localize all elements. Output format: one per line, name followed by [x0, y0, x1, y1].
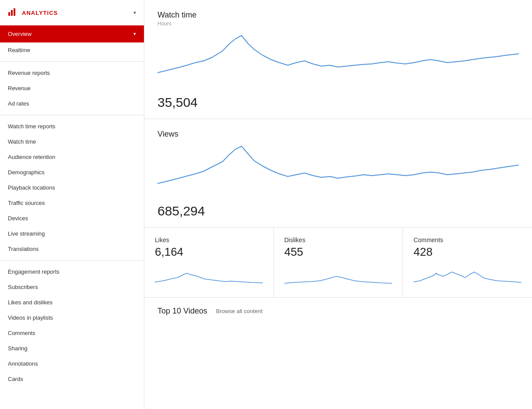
- sidebar-item-live-streaming[interactable]: Live streaming: [0, 226, 144, 241]
- analytics-title: ANALYTICS: [22, 10, 58, 16]
- likes-value: 6,164: [155, 245, 263, 259]
- views-title: Views: [158, 130, 519, 139]
- overview-label: Overview: [8, 31, 32, 37]
- svg-rect-0: [8, 12, 10, 16]
- sidebar-item-likes-dislikes[interactable]: Likes and dislikes: [0, 295, 144, 310]
- divider-3: [0, 260, 144, 261]
- sidebar-item-ad-rates[interactable]: Ad rates: [0, 96, 144, 111]
- top-videos-title: Top 10 Videos: [158, 307, 207, 316]
- sidebar: ANALYTICS ▾ Overview ▾ Realtime Revenue …: [0, 0, 144, 409]
- svg-rect-1: [11, 10, 13, 16]
- sidebar-item-demographics[interactable]: Demographics: [0, 165, 144, 180]
- sidebar-item-videos-in-playlists[interactable]: Videos in playlists: [0, 310, 144, 325]
- dislikes-value: 455: [284, 245, 392, 259]
- sidebar-item-traffic-sources[interactable]: Traffic sources: [0, 195, 144, 211]
- sidebar-item-overview[interactable]: Overview ▾: [0, 25, 144, 42]
- sidebar-item-watch-time-reports[interactable]: Watch time reports: [0, 119, 144, 134]
- sidebar-item-audience-retention[interactable]: Audience retention: [0, 149, 144, 165]
- divider-2: [0, 115, 144, 115]
- likes-box: Likes 6,164: [144, 228, 274, 297]
- likes-label: Likes: [155, 236, 263, 243]
- sidebar-item-comments[interactable]: Comments: [0, 325, 144, 341]
- browse-all-link[interactable]: Browse all content: [216, 308, 262, 314]
- top-videos-header: Top 10 Videos Browse all content: [144, 298, 532, 324]
- sidebar-item-devices[interactable]: Devices: [0, 211, 144, 226]
- sidebar-item-subscribers[interactable]: Subscribers: [0, 279, 144, 295]
- comments-box: Comments 428: [403, 228, 532, 297]
- sidebar-item-playback-locations[interactable]: Playback locations: [0, 180, 144, 195]
- sidebar-item-translations[interactable]: Translations: [0, 241, 144, 257]
- dislikes-box: Dislikes 455: [274, 228, 403, 297]
- views-chart: [158, 140, 519, 197]
- comments-value: 428: [413, 245, 522, 259]
- sidebar-item-watch-time[interactable]: Watch time: [0, 134, 144, 149]
- views-value: 685,294: [158, 204, 519, 219]
- sidebar-item-revenue-reports[interactable]: Revenue reports: [0, 65, 144, 81]
- stats-row: Likes 6,164 Dislikes 455 Comments 428: [144, 228, 532, 298]
- sidebar-item-realtime[interactable]: Realtime: [0, 42, 144, 58]
- sidebar-item-sharing[interactable]: Sharing: [0, 341, 144, 356]
- watch-time-subtitle: Hours: [158, 21, 519, 27]
- watch-time-chart: [158, 31, 519, 88]
- watch-time-section: Watch time Hours 35,504: [144, 0, 532, 119]
- sidebar-item-revenue[interactable]: Revenue: [0, 81, 144, 96]
- analytics-chevron-icon: ▾: [133, 10, 136, 16]
- sidebar-item-cards[interactable]: Cards: [0, 371, 144, 387]
- overview-chevron-icon: ▾: [133, 31, 136, 37]
- sidebar-item-engagement-reports[interactable]: Engagement reports: [0, 264, 144, 279]
- dislikes-chart: [284, 262, 392, 289]
- sidebar-item-annotations[interactable]: Annotations: [0, 356, 144, 371]
- comments-label: Comments: [413, 236, 522, 243]
- watch-time-title: Watch time: [158, 11, 519, 20]
- watch-time-value: 35,504: [158, 95, 519, 110]
- comments-chart: [413, 262, 522, 289]
- likes-chart: [155, 262, 263, 289]
- dislikes-label: Dislikes: [284, 236, 392, 243]
- divider-1: [0, 61, 144, 62]
- analytics-header[interactable]: ANALYTICS ▾: [0, 0, 144, 25]
- svg-rect-2: [14, 8, 15, 16]
- views-section: Views 685,294: [144, 119, 532, 228]
- analytics-icon: [8, 7, 18, 18]
- main-content: Watch time Hours 35,504 Views 685,294 Li…: [144, 0, 532, 409]
